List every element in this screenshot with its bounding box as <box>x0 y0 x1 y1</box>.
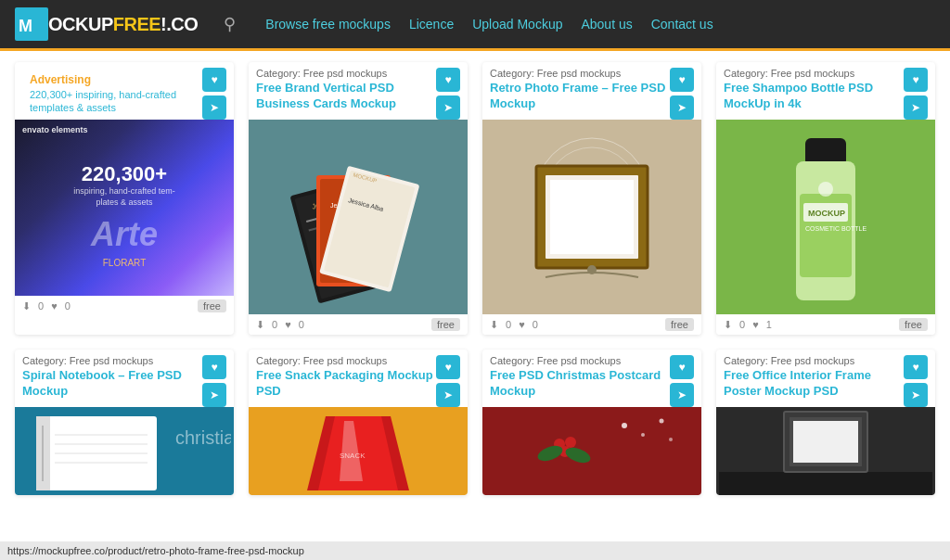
card6-image[interactable] <box>482 407 701 495</box>
card1-favorite-btn[interactable]: ♥ <box>436 68 460 92</box>
card2-svg <box>490 120 694 314</box>
svg-text:MOCKUP: MOCKUP <box>808 209 845 218</box>
nav-contact[interactable]: Contact us <box>651 17 713 32</box>
card5-svg: SNACK <box>251 407 465 495</box>
svg-text:christiane...: christiane... <box>175 427 231 448</box>
card2-badge: free <box>665 318 694 331</box>
card3-footer: ⬇ 0 ♥ 1 free <box>716 314 935 335</box>
card2-footer: ⬇ 0 ♥ 0 free <box>482 314 701 335</box>
main-nav: Browse free mockups Licence Upload Mocku… <box>265 17 712 32</box>
search-icon[interactable]: ⚲ <box>224 14 236 34</box>
card6-title: Free PSD Christmas Postcard Mockup <box>490 366 670 401</box>
card4-actions: ♥ ➤ <box>202 355 226 407</box>
card5-actions: ♥ ➤ <box>436 355 460 407</box>
card2-like-count: 0 <box>533 319 538 330</box>
card3-like-count: 1 <box>766 319 772 330</box>
logo-text: OCKUPFREE!.CO <box>48 14 198 35</box>
card7-title: Free Office Interior Frame Poster Mockup… <box>724 366 904 401</box>
ad-share-btn[interactable]: ➤ <box>202 95 226 120</box>
card2-image[interactable] <box>482 120 701 314</box>
ad-download-icon: ⬇ <box>22 300 31 312</box>
card1-svg: Jessica Alba Jessica Alba Jessica Alba M… <box>265 124 451 310</box>
ad-brand2: FLORART <box>73 258 175 268</box>
nav-licence[interactable]: Licence <box>409 17 454 32</box>
svg-rect-58 <box>793 421 858 463</box>
card4-image-wrap: christiane... <box>15 407 234 495</box>
ad-actions: ♥ ➤ <box>202 68 226 120</box>
card3-share-btn[interactable]: ➤ <box>904 95 928 120</box>
svg-point-51 <box>641 433 645 437</box>
card7-favorite-btn[interactable]: ♥ <box>904 355 928 379</box>
ad-decorative-text: Arte <box>73 215 175 254</box>
svg-point-46 <box>565 437 576 448</box>
svg-text:SNACK: SNACK <box>340 452 366 460</box>
status-bar: https://mockupfree.co/product/retro-phot… <box>0 541 950 560</box>
card6-favorite-btn[interactable]: ♥ <box>670 355 694 379</box>
card6-svg <box>485 407 699 495</box>
card1-image[interactable]: Jessica Alba Jessica Alba Jessica Alba M… <box>249 120 468 314</box>
card7-image-wrap <box>716 407 935 495</box>
card5-favorite-btn[interactable]: ♥ <box>436 355 460 379</box>
ad-stats: ⬇ 0 ♥ 0 <box>22 300 71 312</box>
svg-point-50 <box>622 423 627 428</box>
card2-title: Retro Photo Frame – Free PSD Mockup <box>490 79 670 114</box>
nav-about[interactable]: About us <box>581 17 632 32</box>
card5-image-wrap: SNACK <box>249 407 468 495</box>
card1-share-btn[interactable]: ➤ <box>436 95 460 120</box>
card3-svg: MOCKUP COSMETIC BOTTLE <box>724 120 928 314</box>
nav-upload[interactable]: Upload Mockup <box>472 17 562 32</box>
ad-count-sub: inspiring, hand-crafted tem-plates & ass… <box>73 186 175 208</box>
ad-image-content: 220,300+ inspiring, hand-crafted tem-pla… <box>73 162 175 268</box>
card1-dl-count: 0 <box>272 319 277 330</box>
card6-actions: ♥ ➤ <box>670 355 694 407</box>
card7-image[interactable] <box>716 407 935 495</box>
card1-heart-icon: ♥ <box>285 319 291 330</box>
ad-envato-brand: envato elements <box>22 125 88 134</box>
logo[interactable]: M OCKUPFREE!.CO <box>15 7 198 41</box>
card6-image-wrap <box>482 407 701 495</box>
svg-text:M: M <box>19 17 32 35</box>
nav-browse[interactable]: Browse free mockups <box>265 17 391 32</box>
card1-footer: ⬇ 0 ♥ 0 free <box>249 314 468 335</box>
card6-share-btn[interactable]: ➤ <box>670 383 694 407</box>
card-shampoo: Category: Free psd mockups Free Shampoo … <box>716 62 935 335</box>
card2-category: Category: Free psd mockups <box>490 68 670 79</box>
svg-rect-20 <box>550 180 634 254</box>
card4-favorite-btn[interactable]: ♥ <box>202 355 226 379</box>
card2-actions: ♥ ➤ <box>670 68 694 120</box>
card3-image[interactable]: MOCKUP COSMETIC BOTTLE <box>716 120 935 314</box>
svg-point-52 <box>660 419 664 424</box>
card7-share-btn[interactable]: ➤ <box>904 383 928 407</box>
card3-badge: free <box>899 318 928 331</box>
card2-heart-icon: ♥ <box>519 319 525 330</box>
card-business-cards: Category: Free psd mockups Free Brand Ve… <box>249 62 468 335</box>
card5-share-btn[interactable]: ➤ <box>436 383 460 407</box>
card7-svg <box>719 407 932 495</box>
card3-favorite-btn[interactable]: ♥ <box>904 68 928 92</box>
card4-image[interactable]: christiane... <box>15 407 234 495</box>
svg-point-21 <box>587 265 597 274</box>
ad-favorite-btn[interactable]: ♥ <box>202 68 226 92</box>
card2-dl-icon: ⬇ <box>490 319 498 331</box>
card2-stats: ⬇ 0 ♥ 0 <box>490 319 538 331</box>
card1-title: Free Brand Vertical PSD Business Cards M… <box>256 79 436 114</box>
card5-category: Category: Free psd mockups <box>256 355 436 366</box>
svg-rect-55 <box>719 472 932 495</box>
card4-svg: christiane... <box>18 407 231 495</box>
ad-image[interactable]: envato elements 220,300+ inspiring, hand… <box>15 120 234 296</box>
card2-favorite-btn[interactable]: ♥ <box>670 68 694 92</box>
card2-share-btn[interactable]: ➤ <box>670 95 694 120</box>
svg-point-53 <box>669 438 673 441</box>
ad-card: Advertising 220,300+ inspiring, hand-cra… <box>15 62 234 335</box>
card7-category: Category: Free psd mockups <box>724 355 904 366</box>
card1-actions: ♥ ➤ <box>436 68 460 120</box>
card5-image[interactable]: SNACK <box>249 407 468 495</box>
card7-actions: ♥ ➤ <box>904 355 928 407</box>
card4-share-btn[interactable]: ➤ <box>202 383 226 407</box>
main-content: Advertising 220,300+ inspiring, hand-cra… <box>0 51 950 560</box>
card-snack-packaging: Category: Free psd mockups Free Snack Pa… <box>249 350 468 495</box>
card3-dl-icon: ⬇ <box>724 319 732 331</box>
card5-title: Free Snack Packaging Mockup PSD <box>256 366 436 401</box>
logo-icon: M <box>15 7 48 41</box>
ad-like-count: 0 <box>65 300 71 312</box>
